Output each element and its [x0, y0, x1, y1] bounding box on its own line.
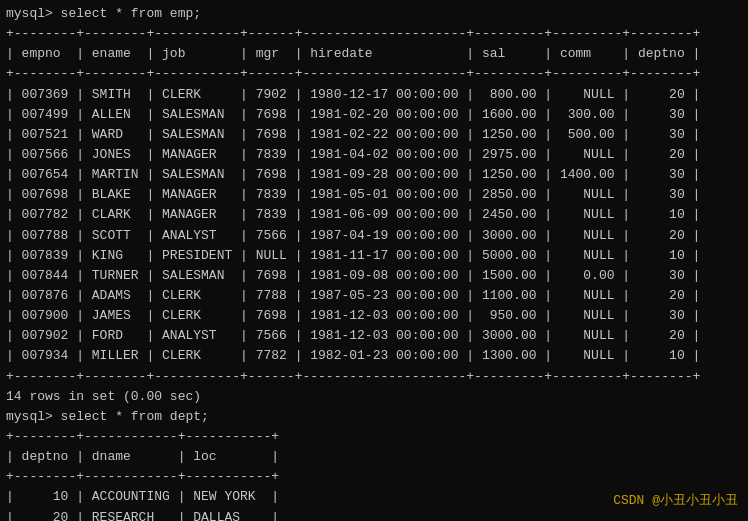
table-row: | 007902 | FORD | ANALYST | 7566 | 1981-…	[6, 326, 742, 346]
sep-header-emp: +--------+--------+-----------+------+--…	[6, 64, 742, 84]
sep-header-dept: +--------+------------+-----------+	[6, 467, 742, 487]
watermark: CSDN @小丑小丑小丑	[613, 491, 738, 509]
table-row: | 007788 | SCOTT | ANALYST | 7566 | 1987…	[6, 226, 742, 246]
sep-top-dept: +--------+------------+-----------+	[6, 427, 742, 447]
emp-header: | empno | ename | job | mgr | hiredate |…	[6, 44, 742, 64]
table-row: | 007698 | BLAKE | MANAGER | 7839 | 1981…	[6, 185, 742, 205]
table-row: | 007900 | JAMES | CLERK | 7698 | 1981-1…	[6, 306, 742, 326]
table-row: | 20 | RESEARCH | DALLAS |	[6, 508, 742, 521]
table-row: | 007654 | MARTIN | SALESMAN | 7698 | 19…	[6, 165, 742, 185]
table-row: | 007934 | MILLER | CLERK | 7782 | 1982-…	[6, 346, 742, 366]
rowcount-emp: 14 rows in set (0.00 sec)	[6, 387, 742, 407]
table-row: | 007566 | JONES | MANAGER | 7839 | 1981…	[6, 145, 742, 165]
table-row: | 007782 | CLARK | MANAGER | 7839 | 1981…	[6, 205, 742, 225]
dept-header: | deptno | dname | loc |	[6, 447, 742, 467]
prompt-dept: mysql> select * from dept;	[6, 407, 742, 427]
table-row: | 007499 | ALLEN | SALESMAN | 7698 | 198…	[6, 105, 742, 125]
table-row: | 007844 | TURNER | SALESMAN | 7698 | 19…	[6, 266, 742, 286]
prompt-emp: mysql> select * from emp;	[6, 4, 742, 24]
table-row: | 007876 | ADAMS | CLERK | 7788 | 1987-0…	[6, 286, 742, 306]
terminal: mysql> select * from emp; +--------+----…	[6, 4, 742, 521]
sep-top-emp: +--------+--------+-----------+------+--…	[6, 24, 742, 44]
emp-rows: | 007369 | SMITH | CLERK | 7902 | 1980-1…	[6, 85, 742, 367]
table-row: | 007839 | KING | PRESIDENT | NULL | 198…	[6, 246, 742, 266]
table-row: | 007521 | WARD | SALESMAN | 7698 | 1981…	[6, 125, 742, 145]
table-row: | 007369 | SMITH | CLERK | 7902 | 1980-1…	[6, 85, 742, 105]
sep-bottom-emp: +--------+--------+-----------+------+--…	[6, 367, 742, 387]
